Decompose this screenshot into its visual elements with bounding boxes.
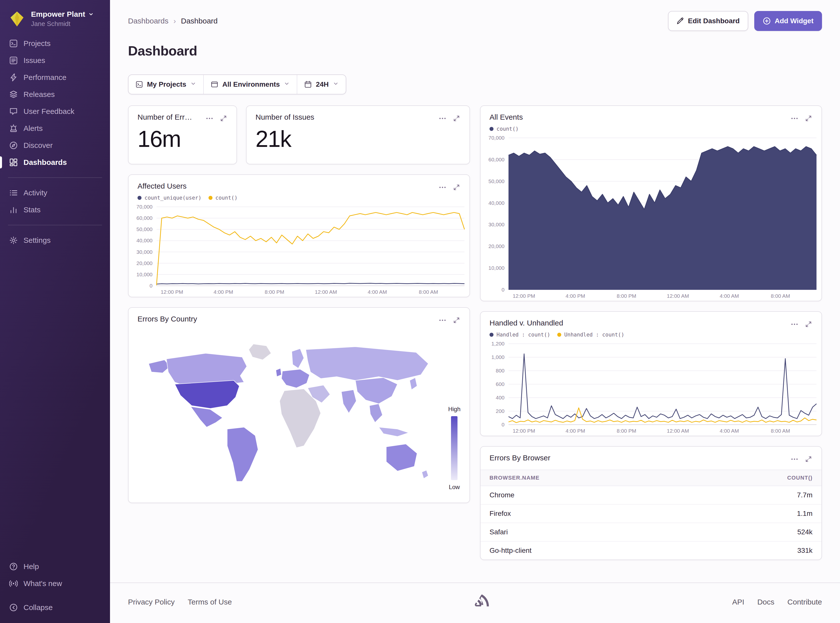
svg-text:4:00 PM: 4:00 PM <box>566 428 585 434</box>
widget-menu-button[interactable] <box>789 319 800 330</box>
expand-icon <box>453 184 460 191</box>
svg-text:70,000: 70,000 <box>137 204 152 210</box>
widget-expand-button[interactable] <box>803 113 814 124</box>
table-row: Go-http-client 331k <box>480 542 822 560</box>
contribute-link[interactable]: Contribute <box>788 598 822 606</box>
widget-menu-button[interactable] <box>789 454 800 465</box>
sidebar-item-projects[interactable]: Projects <box>0 35 110 52</box>
widget-affected-users: Affected Users count_unique(user) count(… <box>128 174 470 297</box>
edit-dashboard-button[interactable]: Edit Dashboard <box>668 11 748 31</box>
map-region-scandinavia <box>292 349 304 368</box>
chevron-down-icon <box>284 81 290 87</box>
sidebar-item-collapse[interactable]: Collapse <box>0 599 110 616</box>
lightning-icon <box>9 73 18 82</box>
widget-title: Handled v. Unhandled <box>489 319 563 327</box>
privacy-policy-link[interactable]: Privacy Policy <box>128 598 175 606</box>
widget-expand-button[interactable] <box>803 319 814 330</box>
widget-menu-button[interactable] <box>789 113 800 124</box>
expand-icon <box>805 456 812 463</box>
header-actions: Edit Dashboard Add Widget <box>668 11 822 31</box>
ellipsis-icon <box>438 114 446 123</box>
sidebar-item-user-feedback[interactable]: User Feedback <box>0 103 110 120</box>
widget-title: Number of Err… <box>137 113 192 121</box>
sidebar-divider <box>8 225 102 225</box>
sidebar-item-discover[interactable]: Discover <box>0 137 110 154</box>
sidebar-item-activity[interactable]: Activity <box>0 184 110 201</box>
legend-dot <box>209 196 212 200</box>
map-region-new-zealand <box>422 470 428 479</box>
project-filter[interactable]: My Projects <box>129 75 203 94</box>
terms-of-use-link[interactable]: Terms of Use <box>188 598 232 606</box>
widget-expand-button[interactable] <box>803 454 814 465</box>
svg-text:200: 200 <box>496 408 505 414</box>
widget-menu-button[interactable] <box>437 113 449 124</box>
sidebar-item-settings[interactable]: Settings <box>0 232 110 249</box>
browser-name: Firefox <box>489 509 511 517</box>
speech-bubble-icon <box>9 107 18 116</box>
sidebar: Empower Plant Jane Schmidt Projects Issu… <box>0 0 110 623</box>
sidebar-item-whats-new[interactable]: What's new <box>0 575 110 592</box>
svg-text:12:00 AM: 12:00 AM <box>667 293 689 299</box>
docs-link[interactable]: Docs <box>757 598 774 606</box>
svg-text:50,000: 50,000 <box>489 178 505 184</box>
sidebar-item-issues[interactable]: Issues <box>0 52 110 69</box>
svg-text:12:00 AM: 12:00 AM <box>315 289 337 295</box>
svg-text:8:00 PM: 8:00 PM <box>617 293 636 299</box>
api-link[interactable]: API <box>732 598 744 606</box>
siren-icon <box>9 124 18 133</box>
sidebar-item-performance[interactable]: Performance <box>0 69 110 86</box>
legend-dot <box>137 196 142 200</box>
widget-expand-button[interactable] <box>217 113 229 124</box>
gear-icon <box>9 236 18 245</box>
table-column-browser-name: BROWSER.NAME <box>489 475 540 481</box>
widget-expand-button[interactable] <box>451 315 463 326</box>
map-legend-high-label: High <box>448 406 460 413</box>
widget-menu-button[interactable] <box>203 113 215 124</box>
sidebar-item-alerts[interactable]: Alerts <box>0 120 110 137</box>
browser-count: 1.1m <box>797 509 812 517</box>
sidebar-item-label: Dashboards <box>23 158 67 167</box>
legend-dot <box>557 333 561 337</box>
map-region-europe <box>282 369 309 388</box>
app-root: Empower Plant Jane Schmidt Projects Issu… <box>0 0 840 623</box>
chart-legend: count_unique(user) count() <box>129 194 469 203</box>
date-range-filter[interactable]: 24H <box>297 75 346 94</box>
svg-text:800: 800 <box>496 368 505 373</box>
sidebar-item-help[interactable]: Help <box>0 558 110 575</box>
map-color-legend: High Low <box>448 406 460 491</box>
sidebar-item-stats[interactable]: Stats <box>0 201 110 218</box>
project-icon <box>135 81 143 88</box>
widget-menu-button[interactable] <box>437 315 449 326</box>
map-region-uk <box>276 368 281 377</box>
sidebar-item-label: Stats <box>23 206 40 214</box>
svg-text:1,200: 1,200 <box>491 341 505 347</box>
sidebar-item-dashboards[interactable]: Dashboards <box>0 154 110 171</box>
browser-count: 524k <box>797 528 812 536</box>
svg-text:1,000: 1,000 <box>491 354 505 360</box>
widget-menu-button[interactable] <box>437 182 449 193</box>
svg-text:8:00 PM: 8:00 PM <box>617 428 636 434</box>
widget-title: Errors By Country <box>137 315 197 323</box>
sidebar-item-releases[interactable]: Releases <box>0 86 110 103</box>
collapse-icon <box>9 603 18 612</box>
environment-filter[interactable]: All Environments <box>203 75 297 94</box>
sidebar-nav-tertiary: Settings <box>0 232 110 249</box>
breadcrumb-dashboards-link[interactable]: Dashboards <box>128 17 169 25</box>
footer-links-left: Privacy Policy Terms of Use <box>128 598 232 606</box>
widget-expand-button[interactable] <box>451 113 463 124</box>
widget-errors-by-browser: Errors By Browser BROWSER.NAME COUNT() C… <box>480 446 822 560</box>
map-region-south-america <box>227 427 258 481</box>
svg-text:600: 600 <box>496 381 505 387</box>
widget-expand-button[interactable] <box>451 182 463 193</box>
page-filter-bar: My Projects All Environments 24H <box>128 74 346 94</box>
legend-dot <box>489 127 494 131</box>
org-switcher[interactable]: Empower Plant Jane Schmidt <box>0 8 110 35</box>
chevron-down-icon <box>333 81 339 87</box>
all-events-chart: 010,00020,00030,00040,00050,00060,00070,… <box>480 134 822 301</box>
svg-text:60,000: 60,000 <box>489 157 505 163</box>
svg-text:4:00 AM: 4:00 AM <box>720 428 739 434</box>
add-widget-button[interactable]: Add Widget <box>754 11 822 31</box>
breadcrumb-current: Dashboard <box>181 17 218 25</box>
sidebar-item-label: Discover <box>23 141 53 150</box>
svg-text:12:00 PM: 12:00 PM <box>513 428 535 434</box>
